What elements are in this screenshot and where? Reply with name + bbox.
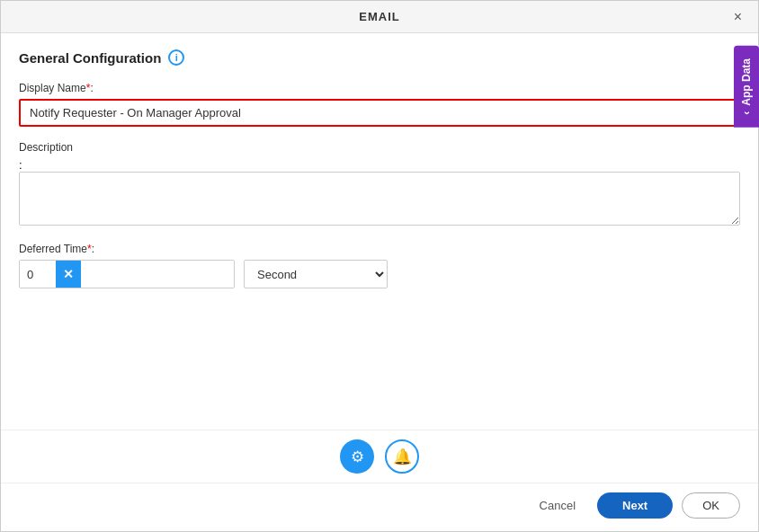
- modal-footer: Cancel Next OK: [1, 483, 758, 531]
- modal-overlay: EMAIL × ‹ App Data General Configuration…: [0, 0, 759, 532]
- modal-body: General Configuration i Display Name*: D…: [1, 33, 758, 430]
- general-config-title: General Configuration: [19, 50, 161, 66]
- display-name-group: Display Name*:: [19, 82, 740, 127]
- bell-button[interactable]: 🔔: [385, 439, 419, 474]
- description-input[interactable]: [19, 172, 740, 226]
- deferred-clear-button[interactable]: ✕: [56, 261, 81, 288]
- deferred-time-row: ✕ Second Minute Hour Day: [19, 260, 740, 288]
- cancel-button[interactable]: Cancel: [527, 493, 588, 518]
- modal-title-bar: EMAIL ×: [1, 1, 758, 33]
- ok-button[interactable]: OK: [682, 492, 740, 519]
- bell-icon: 🔔: [393, 448, 412, 466]
- modal-title: EMAIL: [359, 10, 399, 23]
- deferred-time-label: Deferred Time*:: [19, 243, 740, 255]
- description-label: Description: [19, 141, 740, 154]
- next-button[interactable]: Next: [597, 492, 673, 519]
- deferred-time-input[interactable]: [20, 261, 56, 288]
- deferred-input-group: ✕: [19, 260, 235, 288]
- deferred-unit-select[interactable]: Second Minute Hour Day: [244, 260, 388, 288]
- info-icon[interactable]: i: [168, 49, 184, 66]
- deferred-time-required: *: [87, 243, 92, 255]
- display-name-required: *: [86, 82, 91, 94]
- app-data-tab[interactable]: ‹ App Data: [734, 46, 759, 128]
- deferred-time-group: Deferred Time*: ✕ Second Minute Hour Day: [19, 243, 740, 288]
- display-name-input[interactable]: [19, 99, 740, 127]
- app-data-label: App Data: [740, 58, 753, 106]
- gear-icon: ⚙: [351, 448, 364, 466]
- section-heading: General Configuration i: [19, 49, 740, 66]
- display-name-label: Display Name*:: [19, 82, 740, 94]
- modal-icons-bar: ⚙ 🔔: [1, 430, 758, 483]
- email-modal: EMAIL × ‹ App Data General Configuration…: [0, 0, 759, 532]
- close-button[interactable]: ×: [728, 8, 747, 26]
- gear-button[interactable]: ⚙: [340, 439, 374, 474]
- description-group: Description:: [19, 141, 740, 228]
- app-data-chevron-icon: ‹: [740, 111, 753, 115]
